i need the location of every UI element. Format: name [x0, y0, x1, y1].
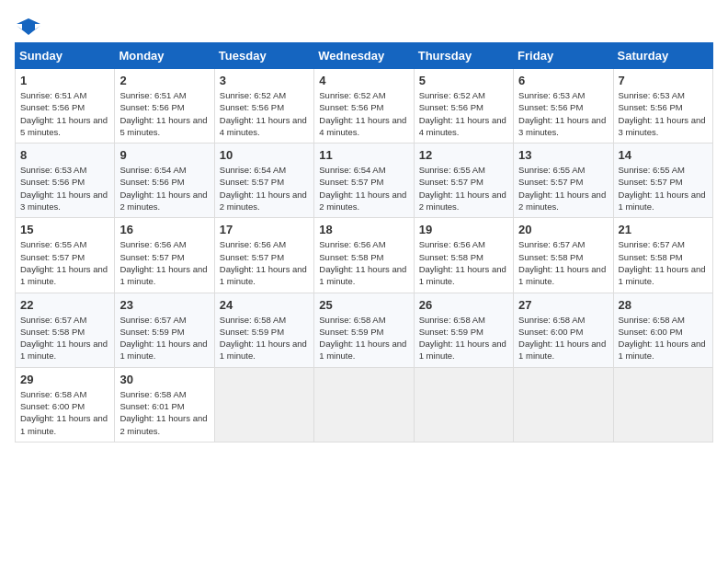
calendar-cell — [414, 367, 513, 442]
calendar-cell: 17Sunrise: 6:56 AMSunset: 5:57 PMDayligh… — [214, 218, 313, 293]
calendar-cell: 28Sunrise: 6:58 AMSunset: 6:00 PMDayligh… — [613, 293, 712, 367]
cell-info: Sunrise: 6:53 AMSunset: 5:56 PMDaylight:… — [619, 89, 708, 138]
day-number: 22 — [20, 298, 109, 312]
day-number: 28 — [619, 298, 708, 312]
day-number: 23 — [119, 298, 209, 312]
cell-info: Sunrise: 6:51 AMSunset: 5:56 PMDaylight:… — [20, 89, 109, 138]
day-number: 20 — [518, 223, 608, 236]
day-number: 7 — [619, 74, 708, 87]
calendar-cell: 7Sunrise: 6:53 AMSunset: 5:56 PMDaylight… — [613, 69, 712, 144]
cell-info: Sunrise: 6:55 AMSunset: 5:57 PMDaylight:… — [20, 238, 109, 287]
calendar-cell: 15Sunrise: 6:55 AMSunset: 5:57 PMDayligh… — [16, 218, 115, 293]
calendar-cell: 5Sunrise: 6:52 AMSunset: 5:56 PMDaylight… — [414, 69, 513, 144]
cell-info: Sunrise: 6:55 AMSunset: 5:57 PMDaylight:… — [419, 164, 508, 213]
day-number: 12 — [419, 148, 508, 162]
day-number: 21 — [619, 223, 708, 236]
day-number: 27 — [518, 298, 608, 312]
day-number: 11 — [319, 148, 408, 162]
cell-info: Sunrise: 6:58 AMSunset: 5:59 PMDaylight:… — [220, 314, 309, 362]
cell-info: Sunrise: 6:54 AMSunset: 5:56 PMDaylight:… — [119, 164, 209, 213]
calendar-cell — [314, 367, 414, 442]
calendar-cell: 13Sunrise: 6:55 AMSunset: 5:57 PMDayligh… — [514, 144, 613, 218]
day-number: 5 — [419, 74, 508, 87]
calendar-week-2: 15Sunrise: 6:55 AMSunset: 5:57 PMDayligh… — [16, 218, 713, 293]
calendar-week-0: 1Sunrise: 6:51 AMSunset: 5:56 PMDaylight… — [16, 69, 713, 144]
day-number: 25 — [319, 298, 408, 312]
day-number: 6 — [518, 74, 608, 87]
header-monday: Monday — [115, 43, 214, 69]
cell-info: Sunrise: 6:57 AMSunset: 5:58 PMDaylight:… — [619, 238, 708, 287]
cell-info: Sunrise: 6:56 AMSunset: 5:58 PMDaylight:… — [419, 238, 508, 287]
cell-info: Sunrise: 6:57 AMSunset: 5:59 PMDaylight:… — [119, 314, 209, 362]
calendar-header-row: SundayMondayTuesdayWednesdayThursdayFrid… — [16, 43, 713, 69]
cell-info: Sunrise: 6:56 AMSunset: 5:58 PMDaylight:… — [319, 238, 408, 287]
header-saturday: Saturday — [613, 43, 712, 69]
day-number: 3 — [220, 74, 309, 87]
calendar-cell: 1Sunrise: 6:51 AMSunset: 5:56 PMDaylight… — [16, 69, 115, 144]
header-thursday: Thursday — [414, 43, 513, 69]
calendar-cell: 3Sunrise: 6:52 AMSunset: 5:56 PMDaylight… — [214, 69, 313, 144]
day-number: 10 — [220, 148, 309, 162]
calendar-cell: 6Sunrise: 6:53 AMSunset: 5:56 PMDaylight… — [514, 69, 613, 144]
calendar-cell: 10Sunrise: 6:54 AMSunset: 5:57 PMDayligh… — [214, 144, 313, 218]
cell-info: Sunrise: 6:57 AMSunset: 5:58 PMDaylight:… — [518, 238, 608, 287]
calendar-cell: 4Sunrise: 6:52 AMSunset: 5:56 PMDaylight… — [314, 69, 414, 144]
calendar-cell: 22Sunrise: 6:57 AMSunset: 5:58 PMDayligh… — [16, 293, 115, 367]
calendar-week-3: 22Sunrise: 6:57 AMSunset: 5:58 PMDayligh… — [16, 293, 713, 367]
day-number: 2 — [119, 74, 209, 87]
cell-info: Sunrise: 6:53 AMSunset: 5:56 PMDaylight:… — [518, 89, 608, 138]
calendar-cell: 8Sunrise: 6:53 AMSunset: 5:56 PMDaylight… — [16, 144, 115, 218]
day-number: 14 — [619, 148, 708, 162]
cell-info: Sunrise: 6:58 AMSunset: 5:59 PMDaylight:… — [419, 314, 508, 362]
calendar-cell: 11Sunrise: 6:54 AMSunset: 5:57 PMDayligh… — [314, 144, 414, 218]
calendar-cell: 2Sunrise: 6:51 AMSunset: 5:56 PMDaylight… — [115, 69, 214, 144]
calendar-cell: 19Sunrise: 6:56 AMSunset: 5:58 PMDayligh… — [414, 218, 513, 293]
header-tuesday: Tuesday — [214, 43, 313, 69]
calendar-week-4: 29Sunrise: 6:58 AMSunset: 6:00 PMDayligh… — [16, 367, 713, 442]
cell-info: Sunrise: 6:54 AMSunset: 5:57 PMDaylight:… — [220, 164, 309, 213]
day-number: 15 — [20, 223, 109, 236]
cell-info: Sunrise: 6:58 AMSunset: 6:00 PMDaylight:… — [619, 314, 708, 362]
day-number: 1 — [20, 74, 109, 87]
calendar-cell: 24Sunrise: 6:58 AMSunset: 5:59 PMDayligh… — [214, 293, 313, 367]
logo-bird-icon — [17, 15, 40, 39]
cell-info: Sunrise: 6:56 AMSunset: 5:57 PMDaylight:… — [220, 238, 309, 287]
day-number: 16 — [119, 223, 209, 236]
calendar-cell: 23Sunrise: 6:57 AMSunset: 5:59 PMDayligh… — [115, 293, 214, 367]
cell-info: Sunrise: 6:52 AMSunset: 5:56 PMDaylight:… — [220, 89, 309, 138]
calendar-cell: 20Sunrise: 6:57 AMSunset: 5:58 PMDayligh… — [514, 218, 613, 293]
day-number: 18 — [319, 223, 408, 236]
day-number: 4 — [319, 74, 408, 87]
svg-marker-0 — [17, 18, 40, 35]
cell-info: Sunrise: 6:53 AMSunset: 5:56 PMDaylight:… — [20, 164, 109, 213]
cell-info: Sunrise: 6:55 AMSunset: 5:57 PMDaylight:… — [619, 164, 708, 213]
calendar-cell: 25Sunrise: 6:58 AMSunset: 5:59 PMDayligh… — [314, 293, 414, 367]
calendar-cell: 29Sunrise: 6:58 AMSunset: 6:00 PMDayligh… — [16, 367, 115, 442]
header-sunday: Sunday — [16, 43, 115, 69]
cell-info: Sunrise: 6:51 AMSunset: 5:56 PMDaylight:… — [119, 89, 209, 138]
cell-info: Sunrise: 6:58 AMSunset: 6:01 PMDaylight:… — [119, 388, 209, 437]
cell-info: Sunrise: 6:56 AMSunset: 5:57 PMDaylight:… — [119, 238, 209, 287]
cell-info: Sunrise: 6:54 AMSunset: 5:57 PMDaylight:… — [319, 164, 408, 213]
calendar-cell: 21Sunrise: 6:57 AMSunset: 5:58 PMDayligh… — [613, 218, 712, 293]
header — [15, 15, 713, 35]
calendar-cell: 18Sunrise: 6:56 AMSunset: 5:58 PMDayligh… — [314, 218, 414, 293]
day-number: 9 — [119, 148, 209, 162]
cell-info: Sunrise: 6:55 AMSunset: 5:57 PMDaylight:… — [518, 164, 608, 213]
cell-info: Sunrise: 6:57 AMSunset: 5:58 PMDaylight:… — [20, 314, 109, 362]
calendar-cell: 27Sunrise: 6:58 AMSunset: 6:00 PMDayligh… — [514, 293, 613, 367]
calendar-body: 1Sunrise: 6:51 AMSunset: 5:56 PMDaylight… — [16, 69, 713, 442]
calendar-cell: 14Sunrise: 6:55 AMSunset: 5:57 PMDayligh… — [613, 144, 712, 218]
day-number: 26 — [419, 298, 508, 312]
day-number: 30 — [119, 373, 209, 386]
calendar-cell — [214, 367, 313, 442]
logo — [15, 15, 40, 35]
day-number: 8 — [20, 148, 109, 162]
header-wednesday: Wednesday — [314, 43, 414, 69]
cell-info: Sunrise: 6:58 AMSunset: 6:00 PMDaylight:… — [518, 314, 608, 362]
day-number: 29 — [20, 373, 109, 386]
calendar-cell: 9Sunrise: 6:54 AMSunset: 5:56 PMDaylight… — [115, 144, 214, 218]
calendar-cell — [613, 367, 712, 442]
day-number: 24 — [220, 298, 309, 312]
calendar-cell: 12Sunrise: 6:55 AMSunset: 5:57 PMDayligh… — [414, 144, 513, 218]
